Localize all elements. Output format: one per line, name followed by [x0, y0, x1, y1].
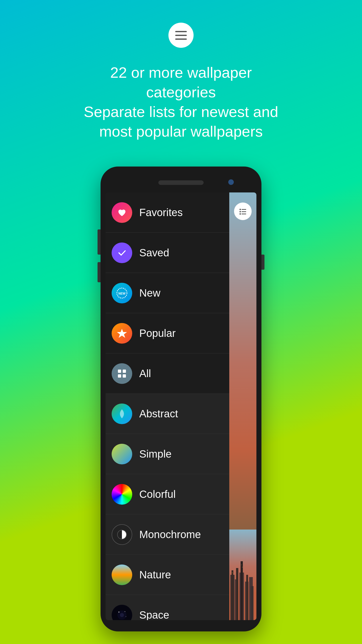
- svg-rect-26: [232, 570, 233, 620]
- menu-item-all[interactable]: All: [106, 353, 229, 394]
- new-label: New: [139, 287, 160, 299]
- svg-rect-4: [123, 370, 126, 373]
- svg-rect-32: [246, 575, 248, 620]
- svg-rect-6: [123, 374, 126, 378]
- space-label: Space: [139, 609, 169, 620]
- tagline-line3: most popular wallpapers: [99, 123, 263, 140]
- svg-rect-36: [233, 574, 234, 574]
- popular-label: Popular: [139, 327, 176, 339]
- space-icon: [112, 605, 132, 620]
- list-view-button[interactable]: [234, 203, 252, 220]
- phone-camera: [228, 179, 234, 185]
- menu-item-simple[interactable]: Simple: [106, 434, 229, 474]
- hamburger-icon: [175, 31, 187, 32]
- menu-item-popular[interactable]: Popular: [106, 313, 229, 353]
- hamburger-icon: [175, 38, 187, 40]
- svg-rect-35: [232, 573, 233, 573]
- svg-rect-34: [251, 586, 254, 620]
- svg-rect-21: [242, 211, 246, 212]
- menu-item-abstract[interactable]: Abstract: [106, 394, 229, 434]
- svg-text:NEW: NEW: [118, 292, 126, 295]
- svg-marker-2: [117, 329, 127, 338]
- svg-rect-20: [240, 211, 241, 212]
- nature-icon: [112, 565, 132, 585]
- menu-item-monochrome[interactable]: Monochrome: [106, 514, 229, 555]
- tagline-line2: Separate lists for newest and: [84, 103, 278, 120]
- svg-rect-18: [240, 209, 241, 210]
- saved-label: Saved: [139, 247, 169, 259]
- new-icon: NEW: [112, 283, 132, 303]
- phone-screen: Favorites Saved NEW: [106, 192, 256, 620]
- tagline-line1: 22 or more wallpaper categories: [110, 64, 252, 101]
- hamburger-icon: [175, 35, 187, 36]
- city-skyline: [229, 278, 256, 620]
- svg-rect-30: [241, 561, 243, 620]
- top-menu-button[interactable]: [168, 23, 194, 48]
- monochrome-label: Monochrome: [139, 529, 201, 541]
- abstract-label: Abstract: [139, 408, 178, 420]
- volume-down-button: [98, 262, 101, 282]
- svg-point-11: [125, 611, 125, 612]
- svg-rect-19: [242, 209, 246, 210]
- menu-item-saved[interactable]: Saved: [106, 233, 229, 273]
- simple-icon: [112, 444, 132, 464]
- menu-item-nature[interactable]: Nature: [106, 555, 229, 595]
- svg-rect-5: [118, 374, 121, 378]
- svg-rect-3: [118, 370, 121, 373]
- svg-rect-37: [241, 565, 242, 565]
- menu-item-new[interactable]: NEW New: [106, 273, 229, 313]
- svg-rect-28: [236, 568, 238, 620]
- simple-label: Simple: [139, 448, 171, 460]
- volume-up-button: [98, 229, 101, 255]
- menu-item-favorites[interactable]: Favorites: [106, 192, 229, 233]
- menu-panel: Favorites Saved NEW: [106, 192, 229, 620]
- popular-icon: [112, 323, 132, 344]
- svg-rect-38: [242, 567, 243, 568]
- saved-icon: [112, 243, 132, 263]
- svg-rect-22: [240, 213, 241, 215]
- all-label: All: [139, 368, 151, 380]
- favorites-label: Favorites: [139, 207, 183, 219]
- svg-point-9: [120, 613, 124, 617]
- menu-item-space[interactable]: Space: [106, 595, 229, 620]
- tagline: 22 or more wallpaper categories Separate…: [55, 63, 307, 141]
- city-panel: [229, 192, 256, 620]
- all-icon: [112, 363, 132, 384]
- svg-point-12: [126, 616, 126, 617]
- colorful-icon: [112, 484, 132, 505]
- phone-notch: [106, 178, 256, 190]
- monochrome-icon: [112, 524, 132, 545]
- phone-speaker: [158, 180, 204, 185]
- svg-point-10: [118, 612, 119, 613]
- colorful-label: Colorful: [139, 488, 176, 500]
- phone-mockup: Favorites Saved NEW: [101, 167, 261, 631]
- nature-label: Nature: [139, 569, 171, 581]
- menu-item-colorful[interactable]: Colorful: [106, 474, 229, 514]
- favorites-icon: [112, 202, 132, 223]
- abstract-icon: [112, 404, 132, 424]
- power-button: [261, 255, 264, 270]
- svg-rect-23: [242, 214, 246, 214]
- background: 22 or more wallpaper categories Separate…: [0, 0, 362, 644]
